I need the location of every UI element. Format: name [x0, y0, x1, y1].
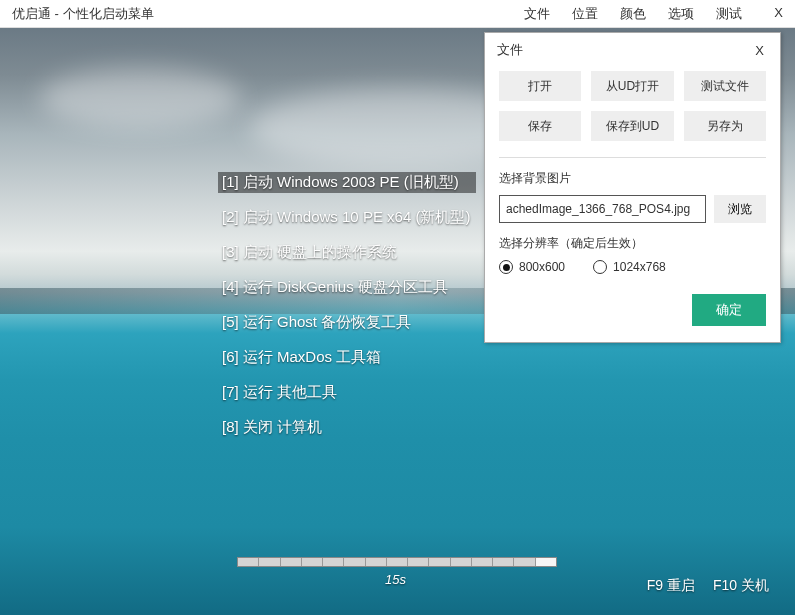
top-menu: 文件 位置 颜色 选项 测试 X — [524, 5, 783, 23]
radio-icon — [499, 260, 513, 274]
menu-file[interactable]: 文件 — [524, 5, 550, 23]
open-button[interactable]: 打开 — [499, 71, 581, 101]
resolution-option-label: 1024x768 — [613, 260, 666, 274]
boot-item-2[interactable]: [2] 启动 Windows 10 PE x64 (新机型) — [218, 207, 476, 228]
menu-options[interactable]: 选项 — [668, 5, 694, 23]
boot-item-4[interactable]: [4] 运行 DiskGenius 硬盘分区工具 — [218, 277, 476, 298]
menu-color[interactable]: 颜色 — [620, 5, 646, 23]
file-panel: 文件 X 打开 从UD打开 测试文件 保存 保存到UD 另存为 选择背景图片 浏… — [484, 32, 781, 343]
hotkey-hints: F9 重启 F10 关机 — [647, 577, 769, 595]
confirm-button[interactable]: 确定 — [692, 294, 766, 326]
boot-item-8[interactable]: [8] 关闭 计算机 — [218, 417, 476, 438]
resolution-option-label: 800x600 — [519, 260, 565, 274]
boot-item-3[interactable]: [3] 启动 硬盘上的操作系统 — [218, 242, 476, 263]
boot-item-1[interactable]: [1] 启动 Windows 2003 PE (旧机型) — [218, 172, 476, 193]
countdown-progress — [237, 557, 557, 567]
radio-icon — [593, 260, 607, 274]
menu-position[interactable]: 位置 — [572, 5, 598, 23]
menu-test[interactable]: 测试 — [716, 5, 742, 23]
browse-button[interactable]: 浏览 — [714, 195, 766, 223]
hotkey-reboot: F9 重启 — [647, 577, 695, 595]
bg-image-input[interactable] — [499, 195, 706, 223]
panel-divider — [499, 157, 766, 158]
resolution-option-800[interactable]: 800x600 — [499, 260, 565, 274]
boot-menu: [1] 启动 Windows 2003 PE (旧机型) [2] 启动 Wind… — [218, 172, 476, 438]
preview-canvas: [1] 启动 Windows 2003 PE (旧机型) [2] 启动 Wind… — [0, 28, 795, 615]
test-file-button[interactable]: 测试文件 — [684, 71, 766, 101]
file-panel-close-button[interactable]: X — [751, 43, 768, 58]
resolution-option-1024[interactable]: 1024x768 — [593, 260, 666, 274]
open-from-ud-button[interactable]: 从UD打开 — [591, 71, 673, 101]
boot-item-5[interactable]: [5] 运行 Ghost 备份恢复工具 — [218, 312, 476, 333]
window-close-button[interactable]: X — [774, 5, 783, 23]
boot-item-6[interactable]: [6] 运行 MaxDos 工具箱 — [218, 347, 476, 368]
save-button[interactable]: 保存 — [499, 111, 581, 141]
countdown-timer: 15s — [385, 572, 406, 587]
app-title: 优启通 - 个性化启动菜单 — [12, 5, 154, 23]
file-panel-title: 文件 — [497, 41, 523, 59]
boot-item-7[interactable]: [7] 运行 其他工具 — [218, 382, 476, 403]
bg-image-label: 选择背景图片 — [499, 170, 766, 187]
resolution-label: 选择分辨率（确定后生效） — [499, 235, 766, 252]
save-as-button[interactable]: 另存为 — [684, 111, 766, 141]
hotkey-shutdown: F10 关机 — [713, 577, 769, 595]
save-to-ud-button[interactable]: 保存到UD — [591, 111, 673, 141]
